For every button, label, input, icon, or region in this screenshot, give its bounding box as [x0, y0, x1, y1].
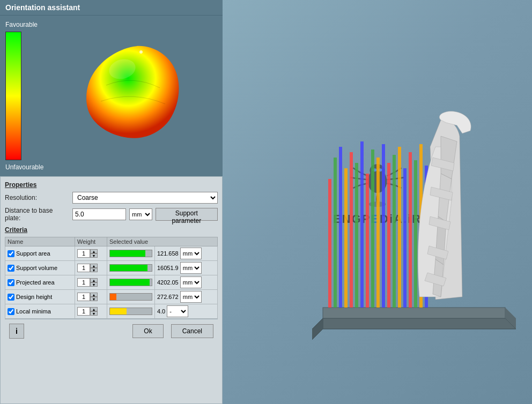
- criteria-checkbox[interactable]: [8, 308, 14, 315]
- weight-input[interactable]: [77, 278, 90, 287]
- table-row: Support area▲▼121.658 mm²: [5, 246, 218, 261]
- criteria-weight-cell: ▲▼: [75, 261, 107, 275]
- criteria-unit-select[interactable]: mm³: [180, 262, 202, 274]
- weight-spin-down[interactable]: ▼: [90, 253, 98, 258]
- info-icon: i: [16, 327, 18, 335]
- svg-rect-13: [350, 152, 353, 308]
- criteria-checkbox[interactable]: [8, 265, 14, 272]
- svg-rect-20: [387, 163, 390, 308]
- resolution-select[interactable]: Coarse Fine Medium: [72, 192, 218, 204]
- criteria-unit-select[interactable]: mm: [180, 291, 202, 303]
- weight-spin-up[interactable]: ▲: [90, 249, 98, 253]
- resolution-label: Resolution:: [5, 194, 69, 201]
- weight-spin-down[interactable]: ▼: [90, 268, 98, 272]
- criteria-weight-cell: ▲▼: [75, 304, 107, 319]
- criteria-unit-select[interactable]: -: [167, 305, 188, 317]
- weight-spin-up[interactable]: ▲: [90, 307, 98, 311]
- cancel-button[interactable]: Cancel: [171, 324, 213, 338]
- criteria-name-cell: Design height: [5, 290, 75, 304]
- viewport-3d: ENGPEDiA.iR: [223, 0, 532, 404]
- weight-input[interactable]: [77, 307, 90, 316]
- distance-input[interactable]: [72, 208, 126, 220]
- table-row: Projected area▲▼4202.05 mm²: [5, 275, 218, 290]
- visual-area: Favourable Unfavourable: [0, 16, 223, 176]
- title-bar: Orientation assistant: [0, 0, 223, 16]
- col-name: Name: [5, 237, 75, 246]
- criteria-value: 4202.05: [157, 279, 179, 286]
- weight-spin-down[interactable]: ▼: [90, 297, 98, 301]
- col-weight: Weight: [75, 237, 107, 246]
- support-parameter-button[interactable]: Support parameter: [156, 208, 218, 221]
- svg-rect-18: [376, 158, 380, 308]
- criteria-bar-cell: [107, 290, 154, 304]
- criteria-name-cell: Projected area: [5, 275, 75, 290]
- criteria-name-cell: Support area: [5, 246, 75, 261]
- criteria-unit-select[interactable]: mm²: [180, 248, 202, 259]
- weight-spin-up[interactable]: ▲: [90, 264, 98, 268]
- svg-rect-12: [344, 168, 348, 308]
- criteria-bar-cell: [107, 261, 154, 275]
- criteria-weight-cell: ▲▼: [75, 246, 107, 261]
- 3d-model-svg: [312, 93, 516, 361]
- criteria-checkbox[interactable]: [8, 279, 14, 286]
- distance-unit-select[interactable]: mm: [129, 208, 152, 220]
- distance-row: Distance to base plate: mm Support param…: [5, 207, 218, 222]
- svg-rect-21: [393, 155, 396, 308]
- info-button[interactable]: i: [9, 324, 24, 339]
- weight-spin-up[interactable]: ▲: [90, 293, 98, 297]
- criteria-table: Name Weight Selected value Support area▲…: [5, 237, 218, 319]
- svg-rect-15: [360, 141, 364, 308]
- ok-button[interactable]: Ok: [132, 324, 163, 338]
- svg-rect-9: [328, 179, 331, 308]
- criteria-weight-cell: ▲▼: [75, 290, 107, 304]
- color-scale: Favourable Unfavourable: [5, 21, 38, 171]
- svg-rect-22: [398, 147, 401, 308]
- sphere-container: [48, 21, 217, 160]
- criteria-section-title: Criteria: [5, 226, 218, 234]
- criteria-value-cell: 16051.9 mm³: [154, 261, 217, 275]
- criteria-section: Criteria Name Weight Selected value Supp…: [5, 226, 218, 319]
- criteria-weight-cell: ▲▼: [75, 275, 107, 290]
- properties-panel: Properties Resolution: Coarse Fine Mediu…: [0, 176, 223, 404]
- criteria-value-cell: 121.658 mm²: [154, 246, 217, 261]
- resolution-row: Resolution: Coarse Fine Medium: [5, 192, 218, 204]
- criteria-value: 272.672: [157, 294, 179, 300]
- criteria-value-cell: 4202.05 mm²: [154, 275, 217, 290]
- criteria-bar-cell: [107, 246, 154, 261]
- weight-input[interactable]: [77, 264, 90, 272]
- criteria-name-cell: Support volume: [5, 261, 75, 275]
- table-row: Local minima▲▼4.0 -: [5, 304, 218, 319]
- bottom-row: i Ok Cancel: [5, 319, 218, 343]
- criteria-value-cell: 272.672 mm: [154, 290, 217, 304]
- favourable-label: Favourable: [5, 21, 38, 28]
- svg-rect-10: [334, 158, 337, 308]
- criteria-checkbox[interactable]: [8, 294, 14, 301]
- svg-rect-24: [409, 152, 412, 308]
- unfavourable-label: Unfavourable: [5, 163, 43, 171]
- weight-input[interactable]: [77, 293, 90, 301]
- table-row: Support volume▲▼16051.9 mm³: [5, 261, 218, 275]
- svg-rect-8: [323, 308, 505, 318]
- criteria-checkbox[interactable]: [8, 250, 14, 257]
- svg-rect-14: [355, 163, 358, 308]
- weight-input[interactable]: [77, 249, 90, 258]
- weight-spin-down[interactable]: ▼: [90, 282, 98, 287]
- properties-section-title: Properties: [5, 181, 218, 189]
- criteria-value-cell: 4.0 -: [154, 304, 217, 319]
- main-panel: Orientation assistant Favourable Unfavou…: [0, 0, 223, 404]
- gradient-bar: [5, 32, 21, 160]
- svg-rect-23: [403, 168, 407, 308]
- table-row: Design height▲▼272.672 mm: [5, 290, 218, 304]
- weight-spin-up[interactable]: ▲: [90, 278, 98, 282]
- svg-rect-11: [339, 147, 342, 308]
- dialog-title: Orientation assistant: [5, 3, 80, 12]
- criteria-value: 121.658: [157, 250, 179, 257]
- svg-point-2: [139, 50, 143, 54]
- svg-rect-19: [382, 144, 385, 308]
- weight-spin-down[interactable]: ▼: [90, 311, 98, 316]
- criteria-unit-select[interactable]: mm²: [180, 276, 202, 288]
- svg-rect-17: [371, 149, 374, 308]
- criteria-value: 16051.9: [157, 265, 179, 271]
- svg-rect-16: [366, 174, 369, 308]
- criteria-name-cell: Local minima: [5, 304, 75, 319]
